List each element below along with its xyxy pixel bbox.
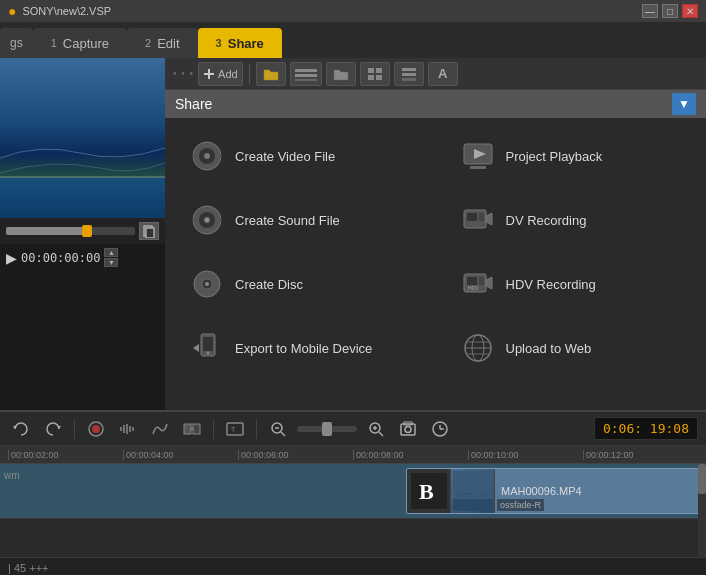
timeline-tracks: wm B [0, 464, 706, 575]
status-text: | 45 +++ [8, 562, 48, 574]
share-options: Create Video File Project Playback [165, 118, 706, 386]
svg-text:HDV: HDV [468, 285, 479, 291]
zoom-out-icon [270, 421, 286, 437]
audio-button[interactable] [115, 416, 141, 442]
scrollbar-thumb[interactable] [698, 464, 706, 494]
redo-button[interactable] [40, 416, 66, 442]
grid2-button[interactable] [394, 62, 424, 86]
folder2-button[interactable] [326, 62, 356, 86]
project-playback-option[interactable]: Project Playback [456, 134, 687, 178]
clip-name: MAH00096.MP4 [501, 485, 582, 497]
svg-rect-5 [295, 79, 317, 81]
grid-button[interactable] [360, 62, 390, 86]
add-button[interactable]: Add [198, 62, 243, 86]
bottom-area: T [0, 410, 706, 575]
record-button[interactable] [83, 416, 109, 442]
caption-button[interactable]: T [222, 416, 248, 442]
edit-label: Edit [157, 36, 179, 51]
app-icon: ● [8, 3, 16, 19]
zoom-out-button[interactable] [265, 416, 291, 442]
folder2-icon [333, 67, 349, 81]
share-dropdown-button[interactable]: ▼ [672, 93, 696, 115]
spin-up[interactable]: ▲ [104, 248, 118, 257]
copy-icon [142, 224, 156, 238]
play-button[interactable]: ▶ [6, 250, 17, 266]
tab-tags[interactable]: gs [0, 28, 33, 58]
time-counter: 0:06: 19:08 [594, 417, 698, 440]
svg-point-41 [207, 352, 210, 355]
create-video-file-option[interactable]: Create Video File [185, 134, 416, 178]
share-num: 3 [216, 37, 222, 49]
progress-thumb[interactable] [82, 225, 92, 237]
text-icon: A [438, 66, 447, 81]
video-track: wm B [0, 464, 706, 519]
minimize-button[interactable]: — [642, 4, 658, 18]
left-panel: ▶ 00:00:00:00 ▲ ▼ [0, 58, 165, 410]
audio-icon [119, 420, 137, 438]
share-title: Share [175, 96, 212, 112]
clip-thumb2-inner [451, 469, 494, 513]
spin-down[interactable]: ▼ [104, 258, 118, 267]
zoom-thumb[interactable] [322, 422, 332, 436]
tab-capture[interactable]: 1 Capture [33, 28, 127, 58]
tab-share[interactable]: 3 Share [198, 28, 282, 58]
export-mobile-icon [189, 330, 225, 366]
snapshot-icon [399, 420, 417, 438]
maximize-button[interactable]: □ [662, 4, 678, 18]
upload-web-option[interactable]: Upload to Web [456, 326, 687, 370]
preview-scene [0, 58, 165, 218]
clip-scene-icon [453, 471, 493, 511]
create-sound-file-icon [189, 202, 225, 238]
ruler-mark-3: 00:00:06:00 [238, 450, 353, 460]
dv-recording-label: DV Recording [506, 213, 587, 228]
close-button[interactable]: ✕ [682, 4, 698, 18]
list-icon [295, 67, 317, 81]
copy-button[interactable] [139, 222, 159, 240]
project-playback-label: Project Playback [506, 149, 603, 164]
svg-rect-16 [193, 154, 199, 158]
list-button[interactable] [290, 62, 322, 86]
effect-button[interactable] [147, 416, 173, 442]
svg-rect-24 [193, 218, 199, 222]
svg-point-51 [92, 425, 100, 433]
clock-button[interactable] [427, 416, 453, 442]
create-disc-option[interactable]: Create Disc [185, 262, 416, 306]
zoom-slider[interactable] [297, 426, 357, 432]
record-icon [87, 420, 105, 438]
svg-rect-7 [376, 68, 382, 73]
folder-button[interactable] [256, 62, 286, 86]
main-area: ▶ 00:00:00:00 ▲ ▼ • • • Add [0, 58, 706, 410]
share-label: Share [228, 36, 264, 51]
upload-web-icon [460, 330, 496, 366]
svg-rect-11 [402, 73, 416, 76]
transition-button[interactable] [179, 416, 205, 442]
create-sound-file-option[interactable]: Create Sound File [185, 198, 416, 242]
text-button[interactable]: A [428, 62, 458, 86]
export-mobile-option[interactable]: Export to Mobile Device [185, 326, 416, 370]
video-clip[interactable]: B [406, 468, 706, 514]
zoom-in-button[interactable] [363, 416, 389, 442]
tl-sep-3 [256, 419, 257, 439]
grid2-icon [401, 67, 417, 81]
undo-button[interactable] [8, 416, 34, 442]
hdv-recording-icon: HDV [460, 266, 496, 302]
svg-rect-25 [215, 218, 221, 222]
clip-thumb-icon: B [411, 473, 447, 509]
svg-rect-20 [470, 166, 486, 169]
ruler-mark-2: 00:00:04:00 [123, 450, 238, 460]
progress-bar[interactable] [6, 227, 135, 235]
dv-recording-option[interactable]: DV Recording [456, 198, 687, 242]
tab-edit[interactable]: 2 Edit [127, 28, 198, 58]
create-disc-label: Create Disc [235, 277, 303, 292]
create-video-file-label: Create Video File [235, 149, 335, 164]
clip-thumbnail-2 [451, 469, 495, 513]
ruler-mark-4: 00:00:08:00 [353, 450, 468, 460]
tl-sep-2 [213, 419, 214, 439]
svg-rect-52 [184, 424, 191, 434]
svg-marker-28 [486, 213, 492, 225]
zoom-control[interactable] [297, 426, 357, 432]
svg-marker-48 [13, 426, 17, 429]
hdv-recording-option[interactable]: HDV HDV Recording [456, 262, 687, 306]
snapshot-button[interactable] [395, 416, 421, 442]
add-icon [203, 68, 215, 80]
